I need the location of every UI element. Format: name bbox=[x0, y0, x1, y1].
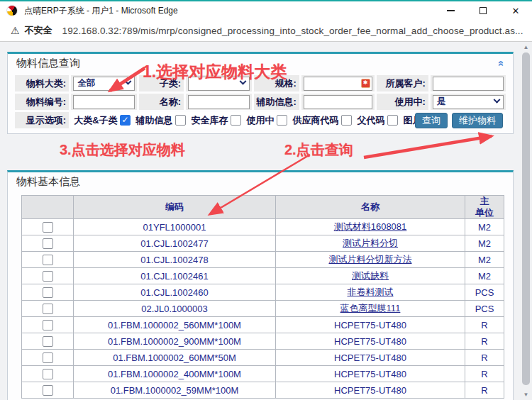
option-in-use[interactable]: 使用中 bbox=[247, 114, 287, 127]
option-aux-info[interactable]: 辅助信息 bbox=[136, 114, 186, 127]
material-name-link[interactable]: HCPET75-UT480 bbox=[276, 366, 465, 382]
name-input[interactable] bbox=[188, 95, 250, 109]
window-controls: ✕ bbox=[434, 1, 532, 20]
row-checkbox[interactable] bbox=[43, 320, 53, 330]
table-header-row: 编码 名称 主 单位 bbox=[22, 196, 504, 219]
maximize-button[interactable] bbox=[467, 1, 499, 20]
row-checkbox[interactable] bbox=[43, 336, 53, 347]
table-row[interactable]: 02.JL0.1000003 蓝色离型膜111 PCS bbox=[22, 301, 504, 317]
warning-icon: ⚠ bbox=[11, 26, 20, 35]
aux-info-input[interactable] bbox=[304, 95, 372, 109]
scroll-down-icon[interactable]: ▼ bbox=[520, 389, 532, 400]
material-code-link[interactable]: 01.CJL.1002478 bbox=[74, 252, 276, 268]
table-row[interactable]: 01.FBM.1000002_59MM*100M HCPET75-UT480 R bbox=[22, 382, 504, 399]
annotation-step1: 1.选择对应物料大类 bbox=[143, 61, 287, 83]
material-code-link[interactable]: 01.CJL.1002460 bbox=[74, 284, 276, 301]
row-checkbox[interactable] bbox=[43, 287, 53, 298]
in-use-selected-value: 是 bbox=[437, 96, 446, 108]
row-checkbox[interactable] bbox=[43, 222, 53, 233]
material-unit: M2 bbox=[465, 268, 504, 284]
table-row[interactable]: 01.FBM.1000002_400MM*100M HCPET75-UT480 … bbox=[22, 366, 504, 382]
row-checkbox[interactable] bbox=[43, 352, 53, 363]
material-name-link[interactable]: 测试缺料 bbox=[276, 268, 465, 284]
customer-input[interactable] bbox=[433, 77, 504, 91]
table-row[interactable]: 01.CJL.1002478 测试片料分切新方法 M2 bbox=[22, 252, 504, 268]
table-row[interactable]: 01.CJL.1002477 测试片料分切 M2 bbox=[22, 235, 504, 252]
minimize-button[interactable] bbox=[434, 1, 467, 20]
table-row[interactable]: 01.FBM.1000002_900MM*100M HCPET75-UT480 … bbox=[22, 333, 504, 350]
material-code-link[interactable]: 01.FBM.1000002_400MM*100M bbox=[74, 366, 276, 382]
table-row[interactable]: 01.CJL.1002460 非卷料测试 PCS bbox=[22, 284, 504, 301]
table-row[interactable]: 01.FBM.1000002_560MM*100M HCPET75-UT480 … bbox=[22, 317, 504, 333]
option-checkbox[interactable] bbox=[387, 115, 398, 126]
material-code-link[interactable]: 02.JL0.1000003 bbox=[74, 301, 276, 317]
in-use-select[interactable]: 是 bbox=[433, 95, 504, 109]
material-code-link[interactable]: 01.CJL.1002477 bbox=[74, 235, 276, 252]
option-checkbox[interactable] bbox=[231, 115, 241, 126]
material-unit: PCS bbox=[465, 301, 504, 317]
security-label[interactable]: 不安全 bbox=[25, 24, 52, 37]
display-options-label: 显示选项: bbox=[15, 112, 69, 128]
material-name-link[interactable]: 测试片料分切 bbox=[276, 235, 465, 252]
material-name-link[interactable]: 蓝色离型膜111 bbox=[276, 301, 465, 317]
in-use-label: 使用中: bbox=[377, 94, 428, 110]
material-name-link[interactable]: 非卷料测试 bbox=[276, 284, 465, 301]
option-category-subcategory[interactable]: 大类&子类 bbox=[74, 114, 130, 127]
annotation-step2: 2.点击查询 bbox=[284, 140, 353, 160]
name-column-header: 名称 bbox=[276, 196, 465, 219]
material-code-input[interactable] bbox=[73, 95, 135, 109]
annotation-step3: 3.点击选择对应物料 bbox=[60, 140, 185, 160]
address-bar: ⚠ 不安全 192.168.0.32:789/mis/mrp/consigned… bbox=[0, 20, 532, 42]
window-title: 点晴ERP子系统 - 用户1 - Microsoft Edge bbox=[24, 5, 178, 17]
material-name-link[interactable]: HCPET75-UT480 bbox=[276, 350, 465, 366]
unit-header-line2: 单位 bbox=[465, 207, 504, 218]
material-unit: M2 bbox=[465, 252, 504, 268]
row-checkbox[interactable] bbox=[43, 304, 53, 314]
vertical-scrollbar[interactable]: ▲ ▼ bbox=[520, 42, 532, 400]
material-code-link[interactable]: 01.CJL.1002461 bbox=[74, 268, 276, 284]
option-supplier-code[interactable]: 供应商代码 bbox=[293, 114, 352, 127]
row-checkbox[interactable] bbox=[43, 271, 53, 282]
option-parent-code[interactable]: 父代码 bbox=[358, 114, 398, 127]
material-code-link[interactable]: 01.FBM.1000002_59MM*100M bbox=[74, 382, 276, 399]
material-code-link[interactable]: 01.FBM.1000002_560MM*100M bbox=[74, 317, 276, 333]
broken-image-icon: ✱ bbox=[361, 79, 370, 88]
search-button[interactable]: 查询 bbox=[415, 113, 448, 128]
option-checkbox[interactable] bbox=[277, 115, 287, 126]
row-checkbox[interactable] bbox=[43, 255, 53, 265]
close-button[interactable]: ✕ bbox=[499, 1, 532, 20]
material-name-link[interactable]: 测试片料分切新方法 bbox=[276, 252, 465, 268]
table-row[interactable]: 01.CJL.1002461 测试缺料 M2 bbox=[22, 268, 504, 284]
query-panel-title: 物料信息查询 bbox=[16, 57, 80, 70]
material-name-link[interactable]: HCPET75-UT480 bbox=[276, 333, 465, 350]
material-category-select[interactable]: 全部 bbox=[73, 77, 135, 91]
result-panel-header: 物料基本信息 bbox=[8, 172, 513, 191]
option-checkbox[interactable] bbox=[120, 115, 131, 126]
row-checkbox[interactable] bbox=[43, 385, 53, 396]
material-unit: PCS bbox=[465, 284, 504, 301]
material-name-link[interactable]: HCPET75-UT480 bbox=[276, 317, 465, 333]
material-unit: M2 bbox=[465, 235, 504, 252]
material-table: 编码 名称 主 单位 01YFL1000001 测试材料1608081 M2 0… bbox=[21, 195, 504, 399]
option-safety-stock[interactable]: 安全库存 bbox=[192, 114, 241, 127]
material-code-link[interactable]: 01.FBM.1000002_900MM*100M bbox=[74, 333, 276, 350]
select-column-header bbox=[22, 196, 74, 219]
url-text[interactable]: 192.168.0.32:789/mis/mrp/consigned_proce… bbox=[62, 26, 523, 36]
table-row[interactable]: 01YFL1000001 测试材料1608081 M2 bbox=[22, 219, 504, 235]
option-label: 辅助信息 bbox=[136, 114, 173, 127]
row-checkbox[interactable] bbox=[43, 238, 53, 249]
material-code-link[interactable]: 01YFL1000001 bbox=[74, 219, 276, 235]
material-name-link[interactable]: 测试材料1608081 bbox=[276, 219, 465, 235]
maintain-material-button[interactable]: 维护物料 bbox=[452, 113, 503, 128]
option-checkbox[interactable] bbox=[341, 115, 352, 126]
material-unit: R bbox=[465, 350, 504, 366]
material-name-link[interactable]: HCPET75-UT480 bbox=[276, 382, 465, 399]
collapse-panel-icon[interactable]: « bbox=[496, 60, 506, 66]
material-code-link[interactable]: 01.FBM.1000002_60MM*50M bbox=[74, 350, 276, 366]
option-label: 供应商代码 bbox=[293, 114, 339, 127]
table-row[interactable]: 01.FBM.1000002_60MM*50M HCPET75-UT480 R bbox=[22, 350, 504, 366]
scroll-up-icon[interactable]: ▲ bbox=[520, 42, 532, 52]
option-checkbox[interactable] bbox=[175, 115, 186, 126]
row-checkbox[interactable] bbox=[43, 369, 53, 379]
scrollbar-thumb[interactable] bbox=[522, 52, 530, 385]
